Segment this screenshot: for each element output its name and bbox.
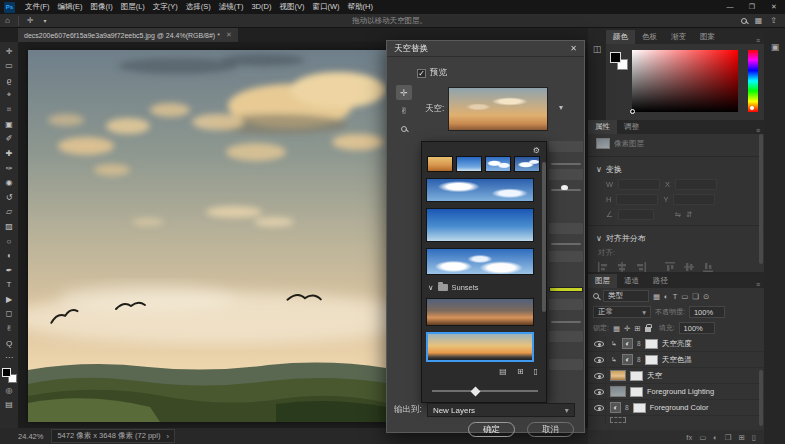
menu-select[interactable]: 选择(S) [182,0,215,14]
zoom-level[interactable]: 24.42% [18,432,43,441]
hand-tool[interactable]: ✌ [1,321,17,336]
lasso-tool[interactable]: ϱ [1,73,17,88]
sky-preset-sunset-1[interactable] [426,298,534,326]
new-group-icon[interactable]: ❐ [725,433,732,442]
collapsed-panel-icon[interactable]: ◫ [590,44,604,54]
align-top-icon[interactable] [665,262,675,272]
object-selection-tool[interactable]: ⌖ [1,88,17,103]
gradient-tool[interactable]: ▨ [1,219,17,234]
slider-track[interactable] [551,243,581,245]
move-tool[interactable]: ✛ [1,44,17,59]
filter-kind-select[interactable]: 类型 [603,290,649,302]
menu-3d[interactable]: 3D(D) [247,0,275,14]
filter-adjustment-icon[interactable]: ◐ [664,292,669,301]
menu-window[interactable]: 窗口(W) [308,0,343,14]
marquee-tool[interactable]: ▭ [1,59,17,74]
libraries-panel-icon[interactable]: ▣ [768,42,782,52]
layer-name[interactable]: Foreground Lighting [647,387,714,396]
menu-image[interactable]: 图像(I) [87,0,117,14]
pen-tool[interactable]: ✒ [1,263,17,278]
visibility-toggle[interactable] [592,400,606,415]
sky-preset-blue-clouds[interactable] [426,178,534,202]
layer-name[interactable]: 天空色温 [662,355,692,365]
slider-cloud-thumb[interactable] [561,185,568,190]
menu-help[interactable]: 帮助(H) [344,0,377,14]
dialog-title-bar[interactable]: 天空替换 ✕ [387,41,584,57]
layer-mask-thumbnail[interactable] [645,355,658,365]
sky-preset-cumulus[interactable] [426,248,534,275]
filter-type-icon[interactable]: T [673,292,678,301]
slider-value-box[interactable] [549,299,583,310]
caret-right-icon[interactable]: › [166,432,169,441]
color-adjust-swatch[interactable] [549,287,583,292]
panel-foreground-swatch[interactable] [610,52,621,63]
recent-sky-blue[interactable] [456,156,482,172]
cancel-button[interactable]: 取消 [527,422,574,437]
output-select[interactable]: New Layers ▾ [427,403,575,417]
flip-vertical-icon[interactable]: ⇵ [686,210,692,219]
slider-value-box[interactable] [549,331,583,342]
dodge-tool[interactable]: ◖ [1,248,17,263]
tab-patterns[interactable]: 图案 [693,30,722,44]
flip-horizontal-icon[interactable]: ⇋ [675,210,681,219]
align-middle-icon[interactable] [684,262,694,272]
layer-mask-thumbnail[interactable] [630,371,643,381]
blur-tool[interactable]: ○ [1,234,17,249]
panel-menu-icon[interactable]: ≡ [756,127,764,134]
dialog-close-icon[interactable]: ✕ [570,44,577,53]
visibility-toggle[interactable] [592,352,606,367]
restore-button[interactable]: ❐ [741,0,763,14]
slider-value-box[interactable] [549,251,583,262]
color-picker-dot[interactable] [630,109,635,114]
align-bottom-icon[interactable] [703,262,713,272]
sky-preset-clear-blue[interactable] [426,208,534,242]
layer-thumbnail[interactable] [610,370,626,381]
align-left-icon[interactable] [598,262,608,272]
flyout-scrollbar[interactable] [542,162,546,312]
height-field[interactable] [616,194,658,205]
visibility-toggle[interactable] [592,416,606,424]
layer-name[interactable]: 天空亮度 [662,339,692,349]
new-group-icon[interactable]: ▤ [499,367,507,376]
layer-row-foreground-lighting[interactable]: Foreground Lighting [588,384,764,400]
layer-row-sky-brightness[interactable]: ↳ ◐ 8 天空亮度 [588,336,764,352]
menu-view[interactable]: 视图(V) [275,0,308,14]
sunsets-group-header[interactable]: ∨ Sunsets [428,281,538,294]
tab-close-icon[interactable]: ✕ [226,31,232,39]
tab-color[interactable]: 颜色 [606,30,635,44]
recent-sky-clouds-2[interactable] [514,156,540,172]
chevron-down-icon[interactable]: ▾ [39,17,52,24]
edit-toolbar-icon[interactable]: ⋯ [1,350,17,365]
adjustment-layer-icon[interactable]: ◐ [622,338,633,349]
document-image[interactable] [28,50,386,422]
tab-layers[interactable]: 图层 [588,274,617,288]
new-layer-icon[interactable]: ⊞ [739,433,745,442]
delete-layer-icon[interactable]: ▯ [752,433,756,442]
dialog-zoom-tool[interactable] [396,121,412,136]
thumbnail-size-slider[interactable] [432,390,538,392]
layer-mask-thumbnail[interactable] [645,339,658,349]
filter-smart-icon[interactable]: ❏ [692,292,699,301]
document-info[interactable]: 5472 像素 x 3648 像素 (72 ppi) › [51,429,174,443]
transform-section-header[interactable]: ∨ 变换 [588,160,764,177]
menu-filter[interactable]: 滤镜(T) [215,0,248,14]
current-sky-thumbnail[interactable] [448,87,548,131]
crop-tool[interactable]: ⌗ [1,102,17,117]
shape-tool[interactable]: ◻ [1,307,17,322]
add-sky-icon[interactable]: ⊞ [517,367,524,376]
visibility-toggle[interactable] [592,384,606,399]
layer-name[interactable]: 天空 [647,371,662,381]
screen-mode-tool[interactable]: ▤ [1,398,17,413]
opacity-select[interactable]: 100% [689,306,725,318]
quick-mask-tool[interactable]: ◎ [1,383,17,398]
tab-properties[interactable]: 属性 [588,120,617,134]
size-slider-thumb[interactable] [471,387,481,397]
tab-gradients[interactable]: 渐变 [664,30,693,44]
properties-scrollbar[interactable] [759,134,763,264]
visibility-toggle[interactable] [592,336,606,351]
new-adjustment-icon[interactable]: ◐ [713,433,718,442]
layer-name[interactable]: Foreground Color [650,403,709,412]
layers-scrollbar[interactable] [759,370,763,426]
align-section-header[interactable]: ∨ 对齐并分布 [588,229,764,246]
move-tool-icon[interactable]: ✛ [22,16,39,25]
